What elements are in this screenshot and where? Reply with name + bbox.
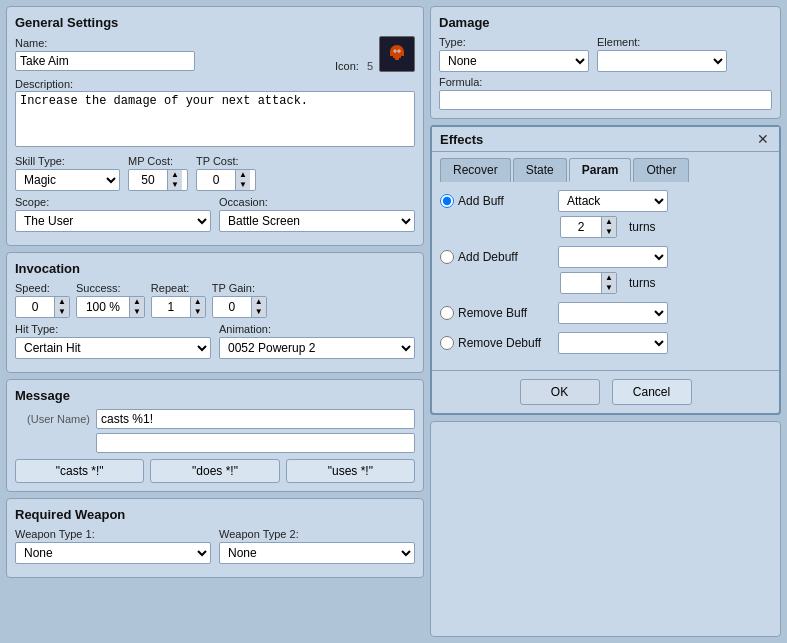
add-debuff-select[interactable] [558,246,668,268]
general-settings-title: General Settings [15,15,415,30]
add-buff-turns-down[interactable]: ▼ [602,227,616,237]
speed-spin-buttons[interactable]: ▲ ▼ [54,297,69,317]
weapon-type1-select[interactable]: None [15,542,211,564]
right-lower-area [430,421,781,637]
does-button[interactable]: "does *!" [150,459,279,483]
add-debuff-turns-down[interactable]: ▼ [602,283,616,293]
tp-gain-up[interactable]: ▲ [252,297,266,307]
tp-cost-input[interactable] [197,171,235,189]
tp-cost-label: TP Cost: [196,155,256,167]
add-debuff-turns-spinbox[interactable]: ▲ ▼ [560,272,617,294]
dialog-title: Effects [440,132,483,147]
message-title: Message [15,388,415,403]
tp-cost-spinbox[interactable]: ▲ ▼ [196,169,256,191]
success-down[interactable]: ▼ [130,307,144,317]
tab-state[interactable]: State [513,158,567,182]
mp-cost-up[interactable]: ▲ [168,170,182,180]
speed-spinbox[interactable]: ▲ ▼ [15,296,70,318]
scope-label: Scope: [15,196,211,208]
add-debuff-radio[interactable] [440,250,454,264]
general-settings-section: General Settings Name: Icon: 5 [6,6,424,246]
tp-cost-spin-buttons[interactable]: ▲ ▼ [235,170,250,190]
remove-debuff-row: Remove Debuff [440,332,771,354]
description-textarea[interactable]: Increase the damage of your next attack. [15,91,415,147]
mp-cost-input[interactable] [129,171,167,189]
tp-cost-up[interactable]: ▲ [236,170,250,180]
repeat-spin-buttons[interactable]: ▲ ▼ [190,297,205,317]
add-buff-select[interactable]: Attack [558,190,668,212]
tp-gain-spin-buttons[interactable]: ▲ ▼ [251,297,266,317]
success-spinbox[interactable]: ▲ ▼ [76,296,145,318]
message2-input[interactable] [96,433,415,453]
repeat-input[interactable] [152,298,190,316]
hit-type-select[interactable]: Certain Hit [15,337,211,359]
svg-point-2 [394,50,395,51]
mp-cost-down[interactable]: ▼ [168,180,182,190]
description-label: Description: [15,78,73,90]
tp-gain-down[interactable]: ▼ [252,307,266,317]
animation-label: Animation: [219,323,415,335]
icon-preview[interactable] [379,36,415,72]
remove-debuff-radio[interactable] [440,336,454,350]
mp-cost-spinbox[interactable]: ▲ ▼ [128,169,188,191]
add-buff-turns-spinbox[interactable]: ▲ ▼ [560,216,617,238]
add-buff-turns-input[interactable] [561,218,601,236]
success-input[interactable] [77,298,129,316]
ok-button[interactable]: OK [520,379,600,405]
tab-param[interactable]: Param [569,158,632,182]
message1-input[interactable] [96,409,415,429]
success-up[interactable]: ▲ [130,297,144,307]
skill-type-select[interactable]: Magic [15,169,120,191]
user-name-label: (User Name) [15,413,90,425]
tab-other[interactable]: Other [633,158,689,182]
animation-select[interactable]: 0052 Powerup 2 [219,337,415,359]
casts-button[interactable]: "casts *!" [15,459,144,483]
icon-number: 5 [367,60,373,72]
add-debuff-row: Add Debuff [440,246,771,268]
add-buff-row: Add Buff Attack [440,190,771,212]
remove-debuff-select[interactable] [558,332,668,354]
repeat-spinbox[interactable]: ▲ ▼ [151,296,206,318]
formula-input[interactable] [439,90,772,110]
name-input[interactable] [15,51,195,71]
effects-dialog: Effects ✕ Recover State Param Other Add … [430,125,781,415]
required-weapon-section: Required Weapon Weapon Type 1: None Weap… [6,498,424,578]
speed-down[interactable]: ▼ [55,307,69,317]
uses-button[interactable]: "uses *!" [286,459,415,483]
element-label: Element: [597,36,727,48]
damage-section: Damage Type: None Element: Formula: [430,6,781,119]
add-debuff-turns-input[interactable] [561,274,601,292]
repeat-down[interactable]: ▼ [191,307,205,317]
remove-buff-radio[interactable] [440,306,454,320]
cancel-button[interactable]: Cancel [612,379,692,405]
message-buttons: "casts *!" "does *!" "uses *!" [15,459,415,483]
speed-up[interactable]: ▲ [55,297,69,307]
remove-debuff-label: Remove Debuff [458,336,541,350]
add-buff-label: Add Buff [458,194,504,208]
add-buff-turns-spin-buttons[interactable]: ▲ ▼ [601,217,616,237]
add-buff-radio[interactable] [440,194,454,208]
mp-cost-spin-buttons[interactable]: ▲ ▼ [167,170,182,190]
mp-cost-label: MP Cost: [128,155,188,167]
add-debuff-turns-spin-buttons[interactable]: ▲ ▼ [601,273,616,293]
speed-input[interactable] [16,298,54,316]
scope-select[interactable]: The User [15,210,211,232]
element-select[interactable] [597,50,727,72]
remove-buff-label: Remove Buff [458,306,527,320]
occasion-label: Occasion: [219,196,415,208]
message-section: Message (User Name) "casts *!" "does *!"… [6,379,424,492]
weapon-type2-select[interactable]: None [219,542,415,564]
formula-label: Formula: [439,76,772,88]
success-spin-buttons[interactable]: ▲ ▼ [129,297,144,317]
tp-cost-down[interactable]: ▼ [236,180,250,190]
occasion-select[interactable]: Battle Screen [219,210,415,232]
tp-gain-input[interactable] [213,298,251,316]
tab-recover[interactable]: Recover [440,158,511,182]
repeat-up[interactable]: ▲ [191,297,205,307]
add-buff-turns-up[interactable]: ▲ [602,217,616,227]
damage-type-select[interactable]: None [439,50,589,72]
add-debuff-turns-up[interactable]: ▲ [602,273,616,283]
dialog-close-button[interactable]: ✕ [755,131,771,147]
tp-gain-spinbox[interactable]: ▲ ▼ [212,296,267,318]
remove-buff-select[interactable] [558,302,668,324]
